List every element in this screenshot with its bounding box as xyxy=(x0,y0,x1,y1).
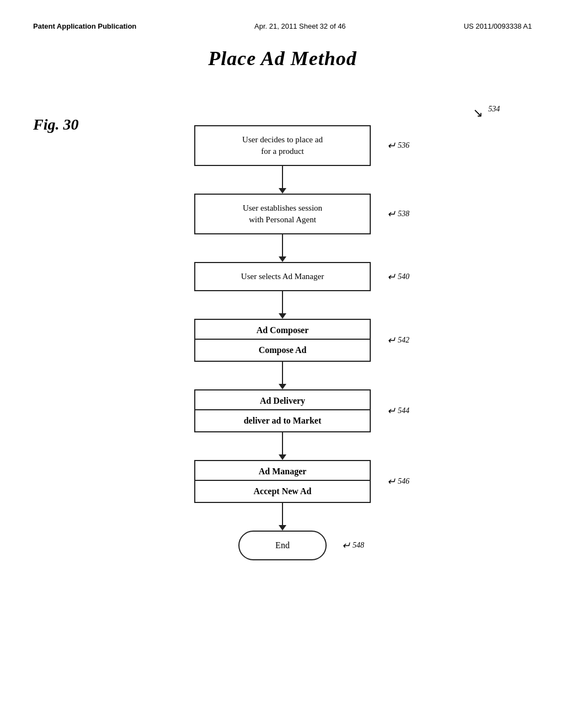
arrow-540-542 xyxy=(279,291,286,319)
box-540-text: User selects Ad Manager xyxy=(206,271,359,282)
page-container: Patent Application Publication Apr. 21, … xyxy=(0,0,565,728)
ref-538-number: 538 xyxy=(398,210,409,218)
ref-548-number: 548 xyxy=(353,541,364,550)
box-540: User selects Ad Manager ↵ 540 xyxy=(194,262,371,291)
arrow-538-540 xyxy=(279,234,286,262)
patent-publication-label: Patent Application Publication xyxy=(33,22,136,30)
arrow-head-6-icon xyxy=(279,525,286,531)
ref-546-number: 546 xyxy=(398,477,409,486)
header-date-sheet: Apr. 21, 2011 Sheet 32 of 46 xyxy=(254,22,346,30)
header: Patent Application Publication Apr. 21, … xyxy=(33,22,532,30)
patent-number: US 2011/0093338 A1 xyxy=(463,22,532,30)
step-536: User decides to place adfor a product ↵ … xyxy=(194,125,371,166)
step-540: User selects Ad Manager ↵ 540 xyxy=(194,262,371,291)
arrow-head-4-icon xyxy=(279,384,286,389)
ref-536-area: ↵ 536 xyxy=(387,140,409,152)
step-542: Ad Composer Compose Ad ↵ 542 xyxy=(194,319,371,362)
arrow-head-2-icon xyxy=(279,256,286,262)
ref-540-area: ↵ 540 xyxy=(387,271,409,283)
box-542: Ad Composer Compose Ad ↵ 542 xyxy=(194,319,371,362)
box-542-top: Ad Composer xyxy=(195,320,370,340)
box-546-top: Ad Manager xyxy=(195,461,370,481)
curved-arrow-536-icon: ↵ xyxy=(387,140,396,152)
box-546: Ad Manager Accept New Ad ↵ 546 xyxy=(194,460,371,503)
arrow-head-3-icon xyxy=(279,313,286,319)
ref-534-arrow-icon: ↘ xyxy=(473,107,483,119)
arrow-536-538 xyxy=(279,166,286,194)
step-548: End ↵ 548 xyxy=(238,531,327,560)
ref-544-area: ↵ 544 xyxy=(387,405,409,417)
box-546-bottom: Accept New Ad xyxy=(195,481,370,502)
ref-536-number: 536 xyxy=(398,141,409,150)
ref-534-area: 534 ↘ xyxy=(488,104,500,114)
oval-548-text: End xyxy=(275,540,290,550)
box-544: Ad Delivery deliver ad to Market ↵ 544 xyxy=(194,389,371,432)
arrow-line-5-icon xyxy=(282,432,283,454)
box-536-text: User decides to place adfor a product xyxy=(206,134,359,157)
step-544: Ad Delivery deliver ad to Market ↵ 544 xyxy=(194,389,371,432)
curved-arrow-546-icon: ↵ xyxy=(387,475,396,488)
arrow-line-6-icon xyxy=(282,503,283,525)
main-title: Place Ad Method xyxy=(33,47,532,70)
box-542-bottom: Compose Ad xyxy=(195,340,370,361)
box-538-text: User establishes sessionwith Personal Ag… xyxy=(206,202,359,226)
ref-540-number: 540 xyxy=(398,272,409,281)
step-546: Ad Manager Accept New Ad ↵ 546 xyxy=(194,460,371,503)
curved-arrow-542-icon: ↵ xyxy=(387,334,396,346)
curved-arrow-548-icon: ↵ xyxy=(342,539,350,552)
curved-arrow-544-icon: ↵ xyxy=(387,405,396,417)
ref-534-number: 534 xyxy=(488,105,500,113)
arrow-line-2-icon xyxy=(282,234,283,256)
ref-544-number: 544 xyxy=(398,406,409,415)
arrow-head-icon xyxy=(279,188,286,194)
ref-538-area: ↵ 538 xyxy=(387,208,409,220)
arrow-544-546 xyxy=(279,432,286,460)
curved-arrow-540-icon: ↵ xyxy=(387,271,396,283)
curved-arrow-538-icon: ↵ xyxy=(387,208,396,220)
arrow-546-548 xyxy=(279,503,286,531)
arrow-head-5-icon xyxy=(279,454,286,460)
box-544-top: Ad Delivery xyxy=(195,390,370,410)
arrow-line-4-icon xyxy=(282,362,283,384)
step-538: User establishes sessionwith Personal Ag… xyxy=(194,194,371,234)
arrow-line-icon xyxy=(282,166,283,188)
ref-542-area: ↵ 542 xyxy=(387,334,409,346)
flowchart: User decides to place adfor a product ↵ … xyxy=(33,125,532,560)
ref-542-number: 542 xyxy=(398,336,409,345)
arrow-542-544 xyxy=(279,362,286,389)
box-544-bottom: deliver ad to Market xyxy=(195,410,370,431)
box-536: User decides to place adfor a product ↵ … xyxy=(194,125,371,166)
arrow-line-3-icon xyxy=(282,291,283,313)
ref-546-area: ↵ 546 xyxy=(387,475,409,488)
ref-548-area: ↵ 548 xyxy=(342,539,364,552)
oval-548: End ↵ 548 xyxy=(238,531,327,560)
box-538: User establishes sessionwith Personal Ag… xyxy=(194,194,371,234)
